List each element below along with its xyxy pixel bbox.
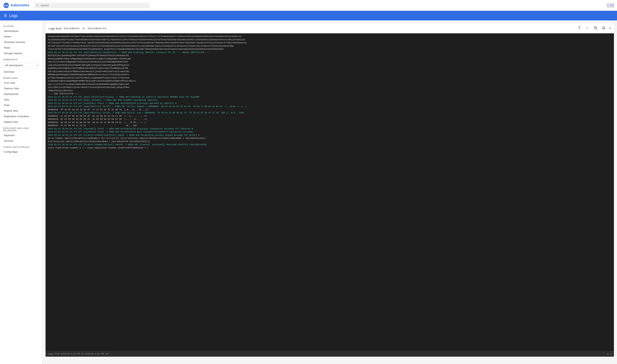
- page-title: Logs: [9, 13, 18, 18]
- log-line: A1UdDwEB/wQEAwIHgDAMBgNVHRMBAf8EAjAAMCsG…: [48, 79, 612, 83]
- log-header: Logs from test-orderer ▾ in test-orderer…: [46, 24, 614, 33]
- top-nav-right: + CR: [607, 3, 614, 7]
- log-source-name: test-orderer: [64, 27, 78, 30]
- log-tools: Tt 0: [577, 26, 611, 31]
- log-line: 2018-03-23 20:54:34.474 UTC [cauthdsl] f…: [48, 130, 612, 134]
- log-line: 2018-03-23 20:54:34.474 UTC [msp] Satisf…: [48, 95, 612, 99]
- log-line: 2018-03-23 20:54:34.474 UTC [cauthdsl] f…: [48, 127, 612, 130]
- format-text-icon: [578, 26, 581, 30]
- sidebar-item-services[interactable]: Services: [0, 138, 42, 144]
- log-line: -----END CERTIFICATE-----: [48, 92, 612, 95]
- sidebar-item-overview[interactable]: Overview: [0, 69, 42, 75]
- layout: Cluster NamespacesNodesPersistent Volume…: [0, 20, 617, 364]
- cluster-items: NamespacesNodesPersistent VolumesRolesSt…: [0, 28, 42, 56]
- log-body[interactable]: 534a0e4d55356c05474674034778ec4c0d4e7662…: [46, 33, 614, 351]
- hamburger-icon[interactable]: ☰: [4, 13, 7, 18]
- log-line: %!s(*policies.implicitMetaPolicy=&{0xc42…: [48, 140, 612, 143]
- log-line: 55704f7a61526416f324e6332764d16f47434371…: [48, 45, 612, 48]
- bell-icon: [602, 26, 605, 30]
- top-nav: K8s kubernetes + CR: [0, 0, 617, 11]
- app-name: kubernetes: [11, 3, 29, 7]
- log-container-name: test-orderer-0: [88, 27, 104, 30]
- log-line: 00000030 a8 b9 04 e5 52 88 66 06 38 ec c…: [48, 121, 612, 124]
- sidebar-item-deployments[interactable]: Deployments: [0, 91, 42, 97]
- clock-button[interactable]: [593, 26, 598, 31]
- log-footer-text: Logs from 3/23/18 8:51 PM to 3/23/18 8:5…: [48, 353, 109, 355]
- font-size-button[interactable]: Tt: [585, 26, 590, 31]
- svg-text:K8s: K8s: [4, 4, 8, 7]
- log-source-dropdown[interactable]: test-orderer ▾: [63, 26, 80, 30]
- sidebar-item-cron-jobs[interactable]: Cron Jobs: [0, 80, 42, 86]
- cluster-section-label: Cluster: [0, 23, 42, 28]
- namespace-section-label: Namespace: [0, 56, 42, 62]
- namespace-select[interactable]: All namespaces default kube-system: [3, 63, 39, 68]
- log-line: MIICGjCCAccgAwIBAgIRAP/sHfUADTflyHw4qv5h…: [48, 54, 612, 57]
- workloads-items: Cron JobsDaemon SetsDeploymentsJobsPodsR…: [0, 80, 42, 125]
- log-container-dropdown[interactable]: test-orderer-0 ▾: [87, 26, 107, 30]
- log-nav-prev-button[interactable]: «: [607, 352, 608, 355]
- sidebar-item-replication-controllers[interactable]: Replication Controllers: [0, 114, 42, 119]
- log-line: 7244734759774967505065534534958704358583…: [48, 48, 612, 51]
- logo: K8s kubernetes: [3, 2, 29, 9]
- svg-point-2: [37, 4, 38, 6]
- kubernetes-logo-icon: K8s: [3, 2, 9, 9]
- main-content: Logs from test-orderer ▾ in test-orderer…: [42, 20, 617, 364]
- sidebar-item-config-maps[interactable]: Config Maps: [0, 149, 42, 155]
- log-in-label: in: [82, 27, 85, 30]
- log-line: tKA/CHboLFxcDGY0G0tvlGvSA+3KHxkTrDsGYwIg…: [48, 86, 612, 89]
- add-button[interactable]: + CR: [607, 3, 614, 7]
- sidebar-item-ingresses[interactable]: Ingresses: [0, 132, 42, 138]
- sidebar-item-jobs[interactable]: Jobs: [0, 97, 42, 102]
- format-text-button[interactable]: [577, 26, 582, 31]
- search-input[interactable]: [40, 4, 148, 7]
- log-nav-next-button[interactable]: »: [610, 352, 612, 355]
- log-source-arrow-icon: ▾: [78, 27, 80, 30]
- log-line: 2018-03-23 20:54:34.474 UTC [orderer/com…: [48, 134, 612, 137]
- log-line: MAkGA1UEBhMCVVMxEzARBgNVBAgTCkNhbGlmb3Ju…: [48, 57, 612, 61]
- log-line: 517a53586230587431ba77545430306c5439476d…: [48, 38, 612, 41]
- sidebar-item-storage-classes[interactable]: Storage Classes: [0, 51, 42, 56]
- log-line: 00000020 8c 91 b5 09 ed 02 20 44 dc d3 b…: [48, 117, 612, 121]
- clock-icon: [594, 26, 597, 30]
- sidebar-item-pods[interactable]: Pods: [0, 102, 42, 108]
- log-line: start:<specified:<number:1 > > stop:<spe…: [48, 146, 612, 150]
- log-line: 00000010 5f 4e fb ea 2b 32 a5 9f 17 27 5…: [48, 108, 612, 111]
- discovery-section-label: Discovery and Load Balancing: [0, 125, 42, 132]
- sidebar: Cluster NamespacesNodesPersistent Volume…: [0, 20, 42, 364]
- sidebar-item-persistent-volumes[interactable]: Persistent Volumes: [0, 39, 42, 45]
- sidebar-item-nodes[interactable]: Nodes: [0, 34, 42, 39]
- log-line: 2018-03-23 20:54:34.474 UTC [msp/identit…: [48, 51, 612, 54]
- log-line: 447745422f77514541774948674441 4d42674e5…: [48, 41, 612, 45]
- sidebar-item-namespaces[interactable]: Namespaces: [0, 28, 42, 34]
- log-line: {%!s(*common.ImplicitMetaPolicy=&{Reader…: [48, 137, 612, 140]
- sidebar-item-roles[interactable]: Roles: [0, 45, 42, 51]
- log-counter: 0: [609, 27, 611, 30]
- sidebar-item-replica-sets[interactable]: Replica Sets: [0, 108, 42, 114]
- sidebar-item-daemon-sets[interactable]: Daemon Sets: [0, 86, 42, 91]
- discovery-items: IngressesServices: [0, 132, 42, 144]
- sidebar-item-overview-label: Overview: [4, 70, 14, 73]
- log-line: MBMGByqGSM49AgEGCCqGSM49AwEHA0IABMM3pYRJ…: [48, 73, 612, 76]
- log-line: 2018-03-23 20:54:34.474 UTC [orderer/com…: [48, 143, 612, 146]
- log-line: wTT001T9GmgNSqrpU9Cq/luES7E3YMH32JxygmSm…: [48, 76, 612, 80]
- log-line: Lm9yZzEuZXhhbXBsZSZjb20wHhcNMTgwMzIyMTQy…: [48, 64, 612, 67]
- log-container: Logs from test-orderer ▾ in test-orderer…: [46, 24, 614, 357]
- svg-line-3: [38, 6, 38, 6]
- bell-button[interactable]: [601, 26, 606, 31]
- config-section-label: Config and Storage: [0, 144, 42, 149]
- svg-line-10: [594, 26, 597, 29]
- log-line: 00000010 1c 02 8f 6e b4 99 80 df 02 ca 8…: [48, 115, 612, 118]
- log-line: 2018-03-23 20:54:34.474 UTC [msp] Valida…: [48, 99, 612, 102]
- search-bar[interactable]: [34, 3, 150, 8]
- log-footer-nav: « »: [607, 352, 612, 355]
- log-line: xprL/Lll7u17fTnAzmUpOzaRdao2Nc2vMAoGCCqG…: [48, 83, 612, 86]
- namespace-selector-wrapper: All namespaces default kube-system ▾: [0, 62, 42, 69]
- log-container-arrow-icon: ▾: [105, 27, 106, 30]
- log-line: 2018-03-23 20:54:34.474 UTC [msp/identit…: [48, 111, 612, 115]
- sidebar-item-stateful-sets[interactable]: Stateful Sets: [0, 119, 42, 125]
- log-line: 2018-03-23 20:54:34.474 UTC [msp/identit…: [48, 105, 612, 108]
- search-icon: [36, 4, 39, 7]
- log-line: 00000040 57 97 9b 04 11 53 51 |W....SQ|: [48, 124, 612, 127]
- log-footer: Logs from 3/23/18 8:51 PM to 3/23/18 8:5…: [46, 351, 614, 357]
- svg-text:Tt: Tt: [586, 27, 588, 29]
